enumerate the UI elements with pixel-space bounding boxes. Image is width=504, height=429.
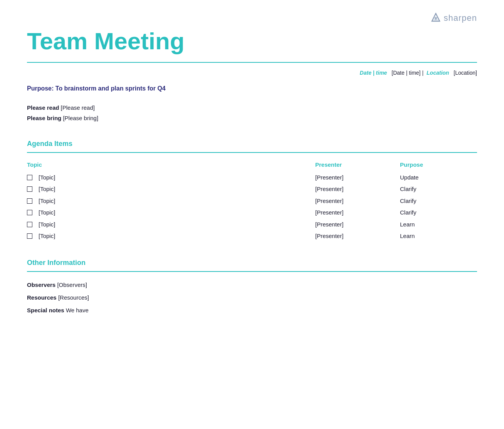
please-read-label: Please read — [27, 104, 59, 111]
col-header-purpose: Purpose — [400, 161, 477, 169]
topic-text: [Topic] — [39, 232, 55, 241]
location-label: Location — [427, 69, 449, 77]
purpose-text: Learn — [400, 232, 477, 241]
agenda-topic-cell: [Topic] — [27, 220, 315, 229]
other-info-header: Other Information — [27, 258, 477, 272]
topic-text: [Topic] — [39, 185, 55, 194]
agenda-checkbox[interactable] — [27, 210, 32, 215]
agenda-row: [Topic] [Presenter] Learn — [27, 219, 477, 231]
agenda-checkbox[interactable] — [27, 222, 32, 227]
sharpen-logo-icon — [430, 13, 441, 23]
purpose-text: Clarify — [400, 197, 477, 206]
purpose-text: Update — [400, 173, 477, 182]
presenter-text: [Presenter] — [315, 208, 400, 217]
presenter-text: [Presenter] — [315, 185, 400, 194]
presenter-text: [Presenter] — [315, 197, 400, 206]
please-bring-label: Please bring — [27, 115, 61, 121]
resources-value: [Resources] — [58, 294, 89, 301]
agenda-table-header: Topic Presenter Purpose — [27, 161, 477, 169]
page-container: sharpen Team Meeting Date | time [Date |… — [0, 0, 504, 429]
special-notes-label: Special notes — [27, 307, 64, 313]
purpose-text: Clarify — [400, 185, 477, 194]
special-notes-line: Special notes We have — [27, 305, 477, 315]
agenda-topic-cell: [Topic] — [27, 185, 315, 194]
topic-text: [Topic] — [39, 197, 55, 206]
date-location-row: Date | time [Date | time] | Location [Lo… — [27, 69, 477, 77]
purpose-line: Purpose: To brainstorm and plan sprints … — [27, 84, 477, 93]
please-read-line: Please read [Please read] — [27, 102, 477, 113]
agenda-checkbox[interactable] — [27, 233, 32, 239]
purpose-text: Learn — [400, 220, 477, 229]
topic-text: [Topic] — [39, 220, 55, 229]
page-title: Team Meeting — [27, 28, 477, 54]
observers-line: Observers [Observers] — [27, 280, 477, 290]
presenter-text: [Presenter] — [315, 232, 400, 241]
col-header-presenter: Presenter — [315, 161, 400, 169]
please-bring-line: Please bring [Please bring] — [27, 113, 477, 123]
date-label: Date | time — [360, 69, 387, 77]
agenda-row: [Topic] [Presenter] Clarify — [27, 207, 477, 219]
purpose-label: Purpose: — [27, 85, 54, 92]
agenda-topic-cell: [Topic] — [27, 232, 315, 241]
agenda-topic-cell: [Topic] — [27, 173, 315, 182]
resources-line: Resources [Resources] — [27, 292, 477, 303]
other-info-section: Other Information Observers [Observers] … — [27, 258, 477, 315]
agenda-topic-cell: [Topic] — [27, 197, 315, 206]
date-value: [Date | time] — [391, 69, 420, 77]
resources-label: Resources — [27, 294, 57, 301]
agenda-checkbox[interactable] — [27, 186, 32, 192]
logo-area: sharpen — [27, 12, 477, 24]
special-notes-value: We have — [66, 307, 89, 313]
agenda-row: [Topic] [Presenter] Clarify — [27, 195, 477, 207]
presenter-text: [Presenter] — [315, 173, 400, 182]
agenda-topic-cell: [Topic] — [27, 208, 315, 217]
agenda-checkbox[interactable] — [27, 175, 32, 180]
observers-value: [Observers] — [57, 282, 87, 288]
presenter-text: [Presenter] — [315, 220, 400, 229]
logo-text: sharpen — [444, 12, 477, 24]
observers-label: Observers — [27, 282, 55, 288]
topic-text: [Topic] — [39, 208, 55, 217]
agenda-checkbox[interactable] — [27, 198, 32, 204]
purpose-text: Clarify — [400, 208, 477, 217]
agenda-row: [Topic] [Presenter] Update — [27, 172, 477, 184]
location-value: [Location] — [454, 69, 477, 77]
agenda-section: Agenda Items Topic Presenter Purpose [To… — [27, 139, 477, 242]
agenda-rows-container: [Topic] [Presenter] Update [Topic] [Pres… — [27, 172, 477, 242]
please-read-value: [Please read] — [61, 104, 95, 111]
topic-text: [Topic] — [39, 173, 55, 182]
agenda-section-header: Agenda Items — [27, 139, 477, 153]
purpose-text: To brainstorm and plan sprints for Q4 — [55, 85, 166, 92]
col-header-topic: Topic — [27, 161, 315, 169]
please-bring-value: [Please bring] — [63, 115, 98, 121]
title-divider — [27, 62, 477, 63]
agenda-row: [Topic] [Presenter] Learn — [27, 230, 477, 242]
prereq-section: Please read [Please read] Please bring [… — [27, 102, 477, 123]
agenda-row: [Topic] [Presenter] Clarify — [27, 183, 477, 195]
